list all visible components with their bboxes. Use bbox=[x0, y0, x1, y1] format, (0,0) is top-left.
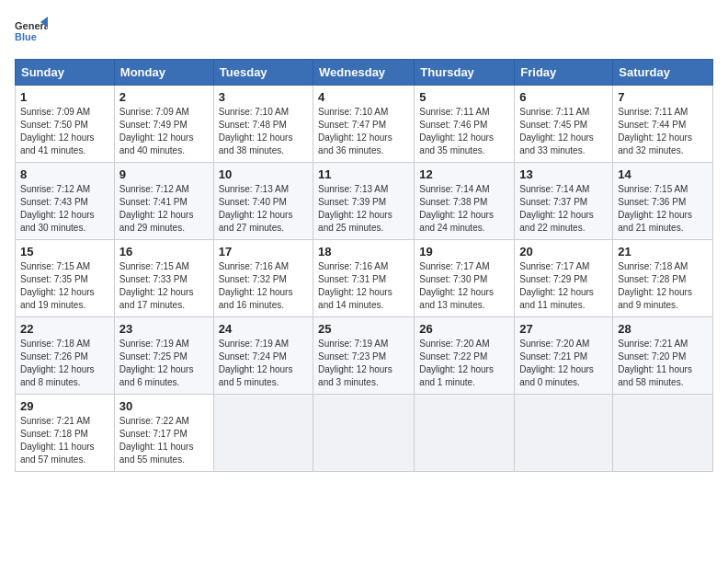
calendar-cell: 6Sunrise: 7:11 AM Sunset: 7:45 PM Daylig… bbox=[515, 86, 613, 163]
day-number: 6 bbox=[519, 90, 608, 104]
day-number: 27 bbox=[519, 322, 608, 336]
day-info: Sunrise: 7:10 AM Sunset: 7:48 PM Dayligh… bbox=[219, 106, 308, 157]
logo-icon: General Blue bbox=[15, 15, 48, 48]
day-number: 28 bbox=[618, 322, 708, 336]
day-number: 9 bbox=[119, 167, 209, 181]
day-info: Sunrise: 7:11 AM Sunset: 7:45 PM Dayligh… bbox=[519, 106, 608, 157]
day-info: Sunrise: 7:15 AM Sunset: 7:33 PM Dayligh… bbox=[119, 260, 209, 312]
weekday-header: Saturday bbox=[613, 60, 713, 86]
calendar-cell bbox=[213, 395, 313, 472]
day-number: 23 bbox=[119, 322, 209, 336]
calendar-cell: 13Sunrise: 7:14 AM Sunset: 7:37 PM Dayli… bbox=[515, 163, 613, 240]
day-info: Sunrise: 7:20 AM Sunset: 7:21 PM Dayligh… bbox=[519, 338, 608, 389]
day-number: 22 bbox=[20, 322, 109, 336]
day-number: 24 bbox=[219, 322, 308, 336]
calendar-cell: 29Sunrise: 7:21 AM Sunset: 7:18 PM Dayli… bbox=[16, 395, 115, 472]
day-info: Sunrise: 7:11 AM Sunset: 7:46 PM Dayligh… bbox=[419, 106, 509, 157]
calendar-cell: 20Sunrise: 7:17 AM Sunset: 7:29 PM Dayli… bbox=[515, 240, 613, 317]
calendar-cell: 11Sunrise: 7:13 AM Sunset: 7:39 PM Dayli… bbox=[313, 163, 415, 240]
day-number: 25 bbox=[318, 322, 409, 336]
day-number: 26 bbox=[419, 322, 509, 336]
calendar-cell: 4Sunrise: 7:10 AM Sunset: 7:47 PM Daylig… bbox=[313, 86, 415, 163]
day-number: 14 bbox=[618, 167, 708, 181]
day-info: Sunrise: 7:19 AM Sunset: 7:25 PM Dayligh… bbox=[119, 338, 209, 389]
day-number: 4 bbox=[318, 90, 409, 104]
day-number: 1 bbox=[20, 90, 109, 104]
calendar-cell: 23Sunrise: 7:19 AM Sunset: 7:25 PM Dayli… bbox=[114, 317, 213, 395]
day-info: Sunrise: 7:16 AM Sunset: 7:31 PM Dayligh… bbox=[318, 260, 409, 312]
calendar-cell: 27Sunrise: 7:20 AM Sunset: 7:21 PM Dayli… bbox=[515, 317, 613, 395]
day-number: 11 bbox=[318, 167, 409, 181]
day-number: 30 bbox=[119, 399, 209, 413]
weekday-header: Monday bbox=[114, 60, 213, 86]
calendar-cell bbox=[613, 395, 713, 472]
day-number: 17 bbox=[219, 245, 308, 259]
weekday-header: Friday bbox=[515, 60, 613, 86]
day-number: 8 bbox=[20, 167, 109, 181]
day-number: 29 bbox=[20, 399, 109, 413]
day-number: 13 bbox=[519, 167, 608, 181]
calendar-cell: 21Sunrise: 7:18 AM Sunset: 7:28 PM Dayli… bbox=[613, 240, 713, 317]
day-info: Sunrise: 7:09 AM Sunset: 7:50 PM Dayligh… bbox=[20, 106, 109, 157]
calendar-cell: 10Sunrise: 7:13 AM Sunset: 7:40 PM Dayli… bbox=[213, 163, 313, 240]
day-info: Sunrise: 7:14 AM Sunset: 7:38 PM Dayligh… bbox=[419, 183, 509, 235]
day-info: Sunrise: 7:20 AM Sunset: 7:22 PM Dayligh… bbox=[419, 338, 509, 389]
day-number: 10 bbox=[219, 167, 308, 181]
day-info: Sunrise: 7:14 AM Sunset: 7:37 PM Dayligh… bbox=[519, 183, 608, 235]
day-info: Sunrise: 7:18 AM Sunset: 7:26 PM Dayligh… bbox=[20, 338, 109, 389]
weekday-header: Tuesday bbox=[213, 60, 313, 86]
calendar-cell: 22Sunrise: 7:18 AM Sunset: 7:26 PM Dayli… bbox=[16, 317, 115, 395]
logo: General Blue bbox=[15, 15, 48, 48]
calendar-cell: 5Sunrise: 7:11 AM Sunset: 7:46 PM Daylig… bbox=[415, 86, 515, 163]
calendar-cell: 9Sunrise: 7:12 AM Sunset: 7:41 PM Daylig… bbox=[114, 163, 213, 240]
weekday-header: Wednesday bbox=[313, 60, 415, 86]
day-info: Sunrise: 7:13 AM Sunset: 7:40 PM Dayligh… bbox=[219, 183, 308, 235]
day-info: Sunrise: 7:10 AM Sunset: 7:47 PM Dayligh… bbox=[318, 106, 409, 157]
weekday-header: Sunday bbox=[16, 60, 115, 86]
calendar-cell: 16Sunrise: 7:15 AM Sunset: 7:33 PM Dayli… bbox=[114, 240, 213, 317]
day-number: 3 bbox=[219, 90, 308, 104]
calendar-cell bbox=[313, 395, 415, 472]
day-number: 12 bbox=[419, 167, 509, 181]
day-number: 2 bbox=[119, 90, 209, 104]
day-info: Sunrise: 7:09 AM Sunset: 7:49 PM Dayligh… bbox=[119, 106, 209, 157]
calendar-cell: 8Sunrise: 7:12 AM Sunset: 7:43 PM Daylig… bbox=[16, 163, 115, 240]
day-info: Sunrise: 7:12 AM Sunset: 7:41 PM Dayligh… bbox=[119, 183, 209, 235]
calendar-cell: 12Sunrise: 7:14 AM Sunset: 7:38 PM Dayli… bbox=[415, 163, 515, 240]
svg-text:Blue: Blue bbox=[15, 31, 37, 42]
day-info: Sunrise: 7:11 AM Sunset: 7:44 PM Dayligh… bbox=[618, 106, 708, 157]
day-info: Sunrise: 7:19 AM Sunset: 7:23 PM Dayligh… bbox=[318, 338, 409, 389]
day-info: Sunrise: 7:21 AM Sunset: 7:18 PM Dayligh… bbox=[20, 415, 109, 466]
day-info: Sunrise: 7:17 AM Sunset: 7:30 PM Dayligh… bbox=[419, 260, 509, 312]
day-number: 15 bbox=[20, 245, 109, 259]
day-info: Sunrise: 7:12 AM Sunset: 7:43 PM Dayligh… bbox=[20, 183, 109, 235]
calendar-header: SundayMondayTuesdayWednesdayThursdayFrid… bbox=[16, 60, 713, 86]
day-number: 19 bbox=[419, 245, 509, 259]
calendar-cell: 2Sunrise: 7:09 AM Sunset: 7:49 PM Daylig… bbox=[114, 86, 213, 163]
calendar-cell: 15Sunrise: 7:15 AM Sunset: 7:35 PM Dayli… bbox=[16, 240, 115, 317]
calendar-cell: 3Sunrise: 7:10 AM Sunset: 7:48 PM Daylig… bbox=[213, 86, 313, 163]
day-info: Sunrise: 7:19 AM Sunset: 7:24 PM Dayligh… bbox=[219, 338, 308, 389]
day-info: Sunrise: 7:15 AM Sunset: 7:36 PM Dayligh… bbox=[618, 183, 708, 235]
day-info: Sunrise: 7:15 AM Sunset: 7:35 PM Dayligh… bbox=[20, 260, 109, 312]
day-number: 16 bbox=[119, 245, 209, 259]
day-info: Sunrise: 7:17 AM Sunset: 7:29 PM Dayligh… bbox=[519, 260, 608, 312]
calendar-cell: 7Sunrise: 7:11 AM Sunset: 7:44 PM Daylig… bbox=[613, 86, 713, 163]
calendar-table: SundayMondayTuesdayWednesdayThursdayFrid… bbox=[15, 59, 713, 472]
day-info: Sunrise: 7:16 AM Sunset: 7:32 PM Dayligh… bbox=[219, 260, 308, 312]
calendar-cell bbox=[415, 395, 515, 472]
day-number: 21 bbox=[618, 245, 708, 259]
day-number: 18 bbox=[318, 245, 409, 259]
calendar-cell: 19Sunrise: 7:17 AM Sunset: 7:30 PM Dayli… bbox=[415, 240, 515, 317]
calendar-cell: 14Sunrise: 7:15 AM Sunset: 7:36 PM Dayli… bbox=[613, 163, 713, 240]
day-info: Sunrise: 7:18 AM Sunset: 7:28 PM Dayligh… bbox=[618, 260, 708, 312]
calendar-cell: 28Sunrise: 7:21 AM Sunset: 7:20 PM Dayli… bbox=[613, 317, 713, 395]
calendar-cell bbox=[515, 395, 613, 472]
calendar-cell: 30Sunrise: 7:22 AM Sunset: 7:17 PM Dayli… bbox=[114, 395, 213, 472]
day-info: Sunrise: 7:21 AM Sunset: 7:20 PM Dayligh… bbox=[618, 338, 708, 389]
calendar-cell: 17Sunrise: 7:16 AM Sunset: 7:32 PM Dayli… bbox=[213, 240, 313, 317]
day-number: 5 bbox=[419, 90, 509, 104]
page-header: General Blue bbox=[15, 15, 713, 48]
day-number: 7 bbox=[618, 90, 708, 104]
day-number: 20 bbox=[519, 245, 608, 259]
